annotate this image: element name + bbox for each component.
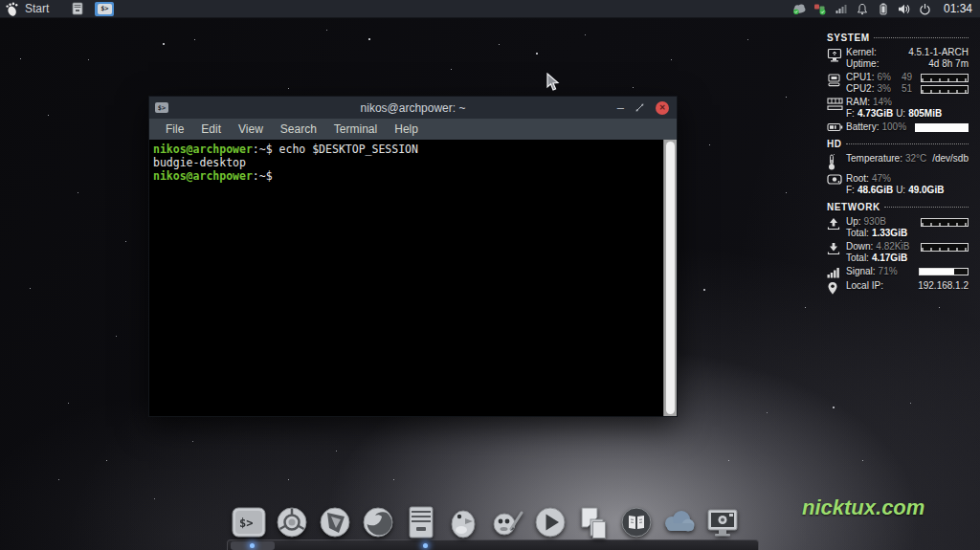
- volume-icon[interactable]: [898, 2, 911, 15]
- signal-percent: 71%: [879, 266, 898, 277]
- battery-row: Battery:100%: [827, 121, 969, 133]
- top-panel: Start $>: [0, 0, 980, 18]
- battery-icon[interactable]: [877, 2, 890, 15]
- download-rows: Down:4.82KiB Total:4.17GiB: [827, 241, 969, 264]
- ram-percent: 14%: [873, 97, 892, 108]
- dock-file-manager-icon[interactable]: [402, 503, 440, 541]
- dock-media-player-icon[interactable]: [531, 503, 569, 541]
- terminal-scrollbar[interactable]: [663, 140, 677, 416]
- cpu1-temp: 49: [902, 72, 912, 83]
- window-title: nikos@archpower: ~: [149, 101, 677, 115]
- thermometer-icon: [827, 153, 846, 171]
- signal-bar: [919, 268, 969, 275]
- battery-gauge-icon: [827, 121, 846, 132]
- dock-ebook-reader-icon[interactable]: [617, 503, 656, 541]
- taskbar-terminal-button[interactable]: $>: [95, 2, 114, 16]
- running-indicator-files: [423, 543, 428, 548]
- dock-screenshot-tool-icon[interactable]: [703, 503, 742, 541]
- terminal-titlebar[interactable]: $> nikos@archpower: ~ – ✕: [149, 97, 677, 119]
- cloud-sync-icon[interactable]: [792, 2, 806, 15]
- terminal-line-command: nikos@archpower:~$ echo $DESKTOP_SESSION: [153, 143, 659, 156]
- cpu-rows: CPU1:6%49 CPU2:3%51: [827, 72, 969, 95]
- temperature-value: 32°C: [905, 153, 926, 165]
- cpu1-graph: [921, 74, 969, 82]
- clock[interactable]: 01:34: [944, 2, 972, 15]
- taskbar-files-button[interactable]: [68, 2, 87, 16]
- dock-owncloud-icon[interactable]: [660, 503, 699, 541]
- system-section-header: SYSTEM: [827, 33, 969, 44]
- location-pin-icon: [827, 280, 846, 296]
- hd-section-header: HD: [827, 139, 969, 150]
- power-icon[interactable]: [919, 2, 932, 15]
- battery-percent: 100%: [881, 121, 906, 133]
- maximize-button[interactable]: [635, 99, 645, 117]
- download-icon: [827, 241, 846, 255]
- root-percent: 47%: [872, 173, 891, 185]
- down-total: 4.17GiB: [872, 253, 907, 264]
- window-controls: – ✕: [617, 99, 669, 117]
- temperature-device: /dev/sdb: [932, 153, 969, 165]
- up-rate: 930B: [864, 216, 886, 228]
- kernel-row: Kernel:4.5.1-1-ARCH Uptime:4d 8h 7m: [827, 47, 969, 70]
- start-button[interactable]: Start: [25, 2, 49, 15]
- dock-penguin-app-icon[interactable]: [445, 503, 483, 541]
- network-signal-icon[interactable]: [835, 2, 848, 15]
- cpu1-percent: 6%: [877, 72, 890, 83]
- close-button[interactable]: ✕: [656, 101, 669, 115]
- terminal-line-output: budgie-desktop: [153, 156, 659, 169]
- menu-view[interactable]: View: [230, 122, 272, 136]
- ram-icon: [827, 97, 846, 111]
- mouse-cursor: [546, 73, 560, 96]
- watermark: nicktux.com: [802, 495, 924, 520]
- start-menu-icon[interactable]: [5, 2, 19, 16]
- dock-web-browser-icon[interactable]: [316, 503, 354, 541]
- dock-gimp-icon[interactable]: [488, 503, 526, 541]
- scrollbar-thumb[interactable]: [666, 142, 675, 414]
- terminal-window: $> nikos@archpower: ~ – ✕ File Edit View…: [148, 96, 678, 417]
- dock-chromium-icon[interactable]: [273, 503, 311, 541]
- dotted-leader: [846, 143, 969, 144]
- cpu2-temp: 51: [902, 83, 912, 95]
- menu-edit[interactable]: Edit: [192, 122, 230, 136]
- up-total: 1.33GiB: [872, 228, 907, 239]
- up-graph: [921, 218, 969, 227]
- terminal-menubar: File Edit View Search Terminal Help: [149, 119, 677, 140]
- signal-row: Signal:71%: [827, 266, 969, 278]
- local-ip-value: 192.168.1.2: [918, 280, 969, 292]
- terminal-content[interactable]: nikos@archpower:~$ echo $DESKTOP_SESSION…: [149, 140, 677, 416]
- running-indicator-terminal: [250, 543, 255, 548]
- hdd-icon: [827, 173, 846, 186]
- conky-system-monitor: SYSTEM Kernel:4.5.1-1-ARCH Uptime:4d 8h …: [827, 27, 969, 297]
- dotted-leader: [884, 207, 969, 208]
- minimize-button[interactable]: –: [617, 103, 624, 113]
- computer-icon: [827, 47, 846, 63]
- dotted-leader: [874, 37, 969, 38]
- root-free: 48.6GiB: [858, 185, 893, 196]
- upload-rows: Up:930B Total:1.33GiB: [827, 216, 969, 239]
- ram-rows: RAM:14% F:4.73GiBU:805MiB: [827, 97, 969, 120]
- dock: $>: [230, 503, 742, 541]
- menu-help[interactable]: Help: [386, 122, 427, 136]
- kernel-value: 4.5.1-1-ARCH: [908, 47, 969, 58]
- ram-used: 805MiB: [908, 108, 942, 120]
- root-used: 49.0GiB: [908, 185, 944, 196]
- system-tray: 01:34: [792, 2, 972, 15]
- cpu2-graph: [921, 85, 969, 94]
- down-rate: 4.82KiB: [876, 241, 909, 253]
- svg-text:$>: $>: [239, 517, 253, 530]
- uptime-value: 4d 8h 7m: [928, 58, 969, 70]
- root-rows: Root:47% F:48.6GiBU:49.0GiB: [827, 173, 969, 196]
- cpu2-percent: 3%: [877, 83, 890, 95]
- package-updates-icon[interactable]: [813, 2, 827, 15]
- signal-bars-icon: [827, 266, 846, 278]
- dock-documents-icon[interactable]: [574, 503, 612, 541]
- menu-search[interactable]: Search: [272, 122, 325, 136]
- notifications-bell-icon[interactable]: [856, 2, 869, 15]
- menu-file[interactable]: File: [157, 122, 192, 136]
- dock-terminal-icon[interactable]: $>: [230, 503, 268, 541]
- dock-firefox-icon[interactable]: [359, 503, 397, 541]
- menu-terminal[interactable]: Terminal: [325, 122, 386, 136]
- terminal-line-prompt: nikos@archpower:~$: [153, 169, 659, 183]
- terminal-icon: $>: [98, 4, 112, 14]
- taskbar: $>: [68, 2, 114, 16]
